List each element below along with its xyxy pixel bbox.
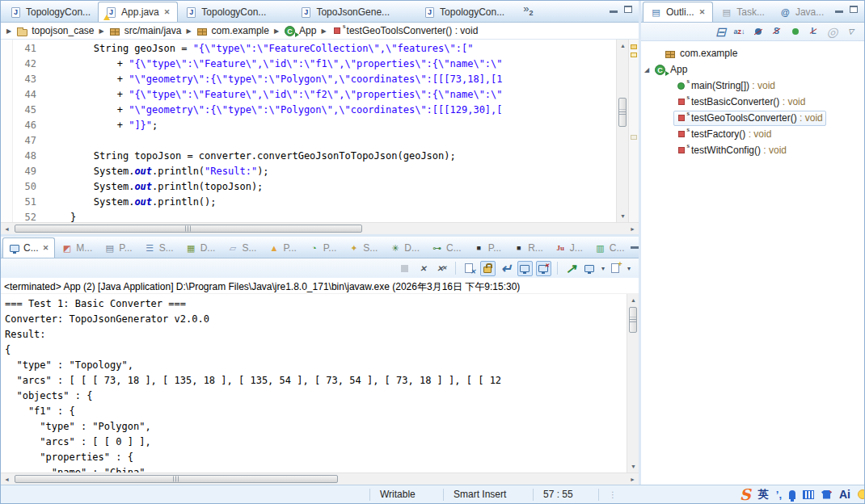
hidden-tabs-chevron[interactable]: »2 — [523, 2, 533, 17]
scroll-right-icon[interactable]: ► — [627, 223, 639, 235]
console-tab[interactable]: ▦D... — [179, 237, 222, 258]
scrollbar-thumb[interactable] — [629, 307, 637, 333]
console-vertical-scrollbar[interactable]: ▲ ▼ — [627, 294, 639, 472]
skin-icon[interactable] — [821, 490, 832, 499]
scroll-left-icon[interactable]: ◄ — [1, 473, 13, 485]
scroll-up-icon[interactable]: ▲ — [617, 40, 629, 52]
code-editor[interactable]: String geoJson = "{\"type\":\"FeatureCol… — [42, 40, 616, 222]
hide-non-public-members-button[interactable] — [788, 25, 802, 39]
scroll-down-icon[interactable]: ▼ — [627, 460, 639, 472]
console-tab[interactable]: ◩M... — [55, 237, 98, 258]
close-icon[interactable]: ✕ — [42, 244, 50, 252]
hide-fields-button[interactable] — [751, 25, 765, 39]
outline-item[interactable]: stestGeoToolsConverter() : void — [641, 110, 864, 126]
expander-icon[interactable]: ◢ — [641, 66, 652, 74]
scrollbar-thumb[interactable] — [15, 475, 338, 483]
editor-tab[interactable]: JApp.java✕ — [98, 2, 178, 22]
console-tab[interactable]: JuJ... — [549, 237, 589, 258]
scrollbar-thumb[interactable] — [618, 98, 627, 127]
outline-item[interactable]: ◢CApp — [641, 61, 864, 78]
scroll-up-icon[interactable]: ▲ — [627, 294, 639, 306]
console-output[interactable]: === Test 1: Basic Converter ===Converter… — [1, 294, 627, 472]
console-tab[interactable]: ✳D... — [383, 237, 425, 258]
scroll-left-icon[interactable]: ◄ — [1, 223, 13, 235]
console-horizontal-scrollbar[interactable]: ◄ ► — [1, 472, 639, 485]
breadcrumb-expand-icon[interactable]: ▶ — [4, 27, 14, 35]
ime-ai-button[interactable]: Ai — [839, 488, 850, 501]
console-tab[interactable]: ■P... — [467, 237, 507, 258]
remove-launch-button[interactable]: ✕ — [416, 261, 431, 276]
word-wrap-button[interactable]: ↵ — [499, 261, 514, 276]
sort-button[interactable]: az↓ — [732, 25, 746, 39]
focus-on-active-task-button[interactable]: ◎ — [825, 25, 839, 39]
editor-vertical-scrollbar[interactable]: ▲ ▼ — [616, 40, 628, 222]
outline-item[interactable]: smain(String[]) : void — [641, 78, 864, 94]
display-selected-console-dropdown-icon[interactable]: ▾ — [601, 265, 605, 272]
ime-language-toggle[interactable]: 英 — [758, 487, 769, 502]
virtual-keyboard-icon[interactable] — [803, 490, 814, 499]
editor-tab[interactable]: JTopologyCon... — [178, 2, 273, 22]
ime-tips-icon[interactable] — [858, 489, 865, 499]
terminate-button[interactable] — [397, 261, 412, 276]
open-console-dropdown-icon[interactable]: ▾ — [627, 265, 631, 272]
editor-tab[interactable]: JTopologyCon... — [2, 2, 98, 22]
outline-item[interactable]: com.example — [641, 45, 864, 61]
scroll-right-icon[interactable]: ► — [627, 473, 639, 485]
outline-item[interactable]: stestFactory() : void — [641, 126, 864, 142]
show-console-on-stdout-button[interactable] — [517, 261, 533, 276]
outline-tab[interactable]: ▤Outli...✕ — [643, 2, 713, 22]
minimize-icon[interactable] — [631, 246, 639, 249]
ime-punctuation-toggle[interactable]: ’, — [776, 489, 782, 501]
maximize-icon[interactable] — [850, 6, 858, 13]
console-tab[interactable]: ◔P... — [302, 237, 342, 258]
occurrence-marker[interactable] — [631, 44, 637, 49]
java-file-warning-icon: J — [105, 6, 117, 19]
sogou-logo-icon[interactable]: S — [740, 487, 751, 502]
microphone-icon[interactable] — [789, 490, 795, 499]
hide-local-types-button[interactable]: L — [807, 25, 821, 39]
outline-item[interactable]: stestBasicConverter() : void — [641, 94, 864, 110]
outline-tab[interactable]: @Java... — [772, 2, 831, 22]
open-console-button[interactable] — [608, 261, 623, 276]
breadcrumb-item[interactable]: stestGeoToolsConverter() : void — [331, 25, 479, 37]
console-tab[interactable]: ✦S... — [342, 237, 383, 258]
pin-console-button[interactable]: ↗ — [563, 261, 579, 276]
breadcrumb-item[interactable]: src/main/java — [109, 25, 182, 37]
breadcrumb-item[interactable]: topojson_case — [16, 25, 94, 37]
editor-horizontal-scrollbar[interactable]: ◄ ► — [1, 222, 639, 234]
breadcrumb-item[interactable]: com.example — [196, 25, 269, 37]
minimize-icon[interactable] — [835, 10, 843, 13]
console-tab[interactable]: ▤P... — [98, 237, 137, 258]
show-console-on-stderr-button[interactable] — [536, 261, 551, 276]
view-menu-button[interactable]: ▽ — [844, 25, 858, 39]
editor-tab[interactable]: JTopologyCon... — [416, 2, 512, 22]
occurrence-marker[interactable] — [631, 135, 637, 140]
console-tab[interactable]: ■R... — [507, 237, 549, 258]
outline-tab[interactable]: ▤Task... — [713, 2, 772, 22]
outline-item[interactable]: stestWithConfig() : void — [641, 142, 864, 158]
console-tab[interactable]: ▥C... — [589, 237, 631, 258]
console-tab[interactable]: ▱S... — [221, 237, 262, 258]
console-tab[interactable]: ⊶C... — [425, 237, 467, 258]
collapse-all-button[interactable]: ⊟ — [714, 25, 728, 39]
console-tab[interactable]: ☰S... — [138, 237, 179, 258]
close-icon[interactable]: ✕ — [163, 8, 171, 16]
scrollbar-thumb[interactable] — [15, 225, 362, 233]
remove-all-terminated-button[interactable]: ✕✕ — [434, 261, 449, 276]
console-tab[interactable]: C...✕ — [2, 237, 55, 258]
editor-tab[interactable]: JTopoJsonGene... — [293, 2, 397, 22]
scroll-down-icon[interactable]: ▼ — [617, 210, 629, 222]
occurrence-marker[interactable] — [631, 52, 637, 57]
clear-console-button[interactable] — [462, 261, 477, 276]
minimize-icon[interactable] — [610, 10, 618, 13]
close-icon[interactable]: ✕ — [698, 8, 707, 16]
console-tab[interactable]: ▲P... — [262, 237, 302, 258]
breadcrumb-item[interactable]: CApp — [284, 25, 316, 37]
maximize-icon[interactable] — [624, 6, 632, 13]
annotation-ruler[interactable] — [1, 40, 13, 222]
hide-static-members-button[interactable]: S — [770, 25, 783, 39]
scroll-lock-button[interactable] — [480, 261, 496, 276]
display-selected-console-button[interactable] — [582, 261, 597, 276]
line-number-ruler[interactable]: 414243444546474849505152 — [13, 40, 42, 222]
overview-ruler[interactable] — [628, 40, 639, 222]
